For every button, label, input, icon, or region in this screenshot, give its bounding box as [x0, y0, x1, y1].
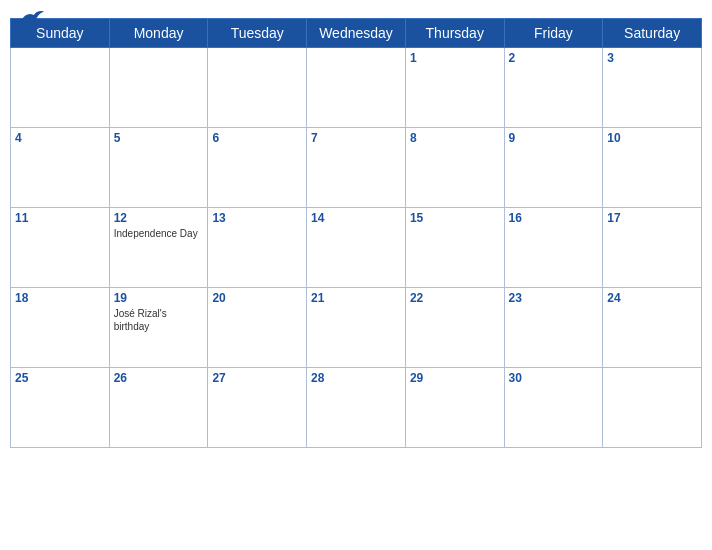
calendar-cell: 2	[504, 48, 603, 128]
day-number: 7	[311, 131, 401, 145]
day-number: 14	[311, 211, 401, 225]
day-number: 28	[311, 371, 401, 385]
day-number: 8	[410, 131, 500, 145]
day-number: 6	[212, 131, 302, 145]
calendar-cell: 7	[307, 128, 406, 208]
calendar-cell: 18	[11, 288, 110, 368]
holiday-label: Independence Day	[114, 227, 204, 240]
calendar-cell: 16	[504, 208, 603, 288]
calendar-cell: 24	[603, 288, 702, 368]
day-number: 16	[509, 211, 599, 225]
day-number: 3	[607, 51, 697, 65]
calendar-week-row: 45678910	[11, 128, 702, 208]
weekday-header-tuesday: Tuesday	[208, 19, 307, 48]
calendar-cell: 26	[109, 368, 208, 448]
calendar-week-row: 1819José Rizal's birthday2021222324	[11, 288, 702, 368]
calendar-cell	[307, 48, 406, 128]
calendar-cell: 17	[603, 208, 702, 288]
weekday-header-row: SundayMondayTuesdayWednesdayThursdayFrid…	[11, 19, 702, 48]
day-number: 18	[15, 291, 105, 305]
day-number: 10	[607, 131, 697, 145]
calendar-cell	[11, 48, 110, 128]
calendar-cell: 9	[504, 128, 603, 208]
day-number: 23	[509, 291, 599, 305]
calendar-cell: 22	[405, 288, 504, 368]
weekday-header-wednesday: Wednesday	[307, 19, 406, 48]
calendar-week-row: 123	[11, 48, 702, 128]
day-number: 12	[114, 211, 204, 225]
day-number: 30	[509, 371, 599, 385]
calendar-table: SundayMondayTuesdayWednesdayThursdayFrid…	[10, 18, 702, 448]
calendar-cell	[603, 368, 702, 448]
logo	[16, 8, 46, 24]
day-number: 26	[114, 371, 204, 385]
calendar-header	[0, 0, 712, 14]
day-number: 1	[410, 51, 500, 65]
calendar-cell: 23	[504, 288, 603, 368]
day-number: 19	[114, 291, 204, 305]
day-number: 4	[15, 131, 105, 145]
calendar-cell: 20	[208, 288, 307, 368]
calendar-cell: 13	[208, 208, 307, 288]
weekday-header-monday: Monday	[109, 19, 208, 48]
calendar-cell: 12Independence Day	[109, 208, 208, 288]
weekday-header-thursday: Thursday	[405, 19, 504, 48]
day-number: 13	[212, 211, 302, 225]
day-number: 9	[509, 131, 599, 145]
calendar-cell	[208, 48, 307, 128]
day-number: 21	[311, 291, 401, 305]
calendar-cell: 30	[504, 368, 603, 448]
holiday-label: José Rizal's birthday	[114, 307, 204, 333]
day-number: 15	[410, 211, 500, 225]
calendar-cell: 6	[208, 128, 307, 208]
calendar-week-row: 252627282930	[11, 368, 702, 448]
day-number: 22	[410, 291, 500, 305]
calendar-cell: 21	[307, 288, 406, 368]
day-number: 17	[607, 211, 697, 225]
day-number: 25	[15, 371, 105, 385]
calendar-cell: 14	[307, 208, 406, 288]
calendar-week-row: 1112Independence Day1314151617	[11, 208, 702, 288]
calendar-cell: 28	[307, 368, 406, 448]
day-number: 20	[212, 291, 302, 305]
calendar-cell: 15	[405, 208, 504, 288]
calendar-cell: 25	[11, 368, 110, 448]
calendar-cell	[109, 48, 208, 128]
day-number: 29	[410, 371, 500, 385]
weekday-header-friday: Friday	[504, 19, 603, 48]
calendar-cell: 4	[11, 128, 110, 208]
calendar-cell: 10	[603, 128, 702, 208]
logo-bird-icon	[18, 8, 46, 24]
day-number: 5	[114, 131, 204, 145]
calendar-cell: 5	[109, 128, 208, 208]
day-number: 27	[212, 371, 302, 385]
day-number: 2	[509, 51, 599, 65]
calendar-cell: 3	[603, 48, 702, 128]
day-number: 11	[15, 211, 105, 225]
calendar-cell: 1	[405, 48, 504, 128]
day-number: 24	[607, 291, 697, 305]
calendar-cell: 8	[405, 128, 504, 208]
calendar-cell: 27	[208, 368, 307, 448]
weekday-header-saturday: Saturday	[603, 19, 702, 48]
calendar-cell: 29	[405, 368, 504, 448]
calendar-cell: 11	[11, 208, 110, 288]
calendar-cell: 19José Rizal's birthday	[109, 288, 208, 368]
